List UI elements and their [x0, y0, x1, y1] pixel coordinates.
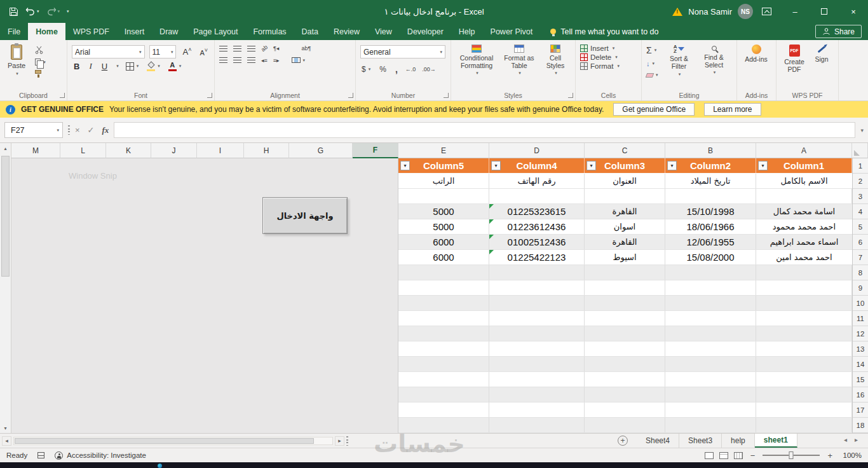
new-sheet-button[interactable]: + — [618, 436, 628, 446]
row-header[interactable]: 16 — [853, 387, 868, 403]
expand-formula-bar-icon[interactable]: ▾ — [860, 127, 864, 134]
align-right-icon[interactable] — [247, 57, 255, 63]
column-header-g[interactable]: G — [289, 143, 353, 158]
maximize-button[interactable] — [810, 0, 839, 23]
share-button[interactable]: Share — [815, 25, 862, 38]
name-cell[interactable]: اسامة محمد كمال — [756, 204, 852, 219]
address-cell[interactable]: القاهرة — [585, 235, 665, 249]
tab-wps-pdf[interactable]: WPS PDF — [65, 23, 117, 40]
address-cell[interactable]: القاهرة — [585, 204, 665, 219]
tab-page-layout[interactable]: Page Layout — [186, 23, 245, 40]
salary-cell[interactable]: 6000 — [398, 235, 489, 249]
column-header-a[interactable]: A — [756, 143, 852, 158]
splitter-grip[interactable] — [346, 436, 348, 446]
dialog-launcher-icon[interactable] — [207, 93, 212, 98]
column-header-b[interactable]: B — [665, 143, 756, 158]
font-size-combo[interactable]: 11▾ — [149, 45, 177, 59]
phone-cell[interactable]: 01225323615 — [489, 204, 585, 219]
table-header-cell[interactable]: ▾Column4 — [489, 158, 585, 173]
paste-button[interactable]: Paste ▾ — [3, 43, 30, 78]
salary-cell[interactable]: 5000 — [398, 219, 489, 234]
name-cell[interactable]: احمد محمد محمود — [756, 219, 852, 234]
grid-row-16[interactable] — [398, 387, 852, 403]
tab-home[interactable]: Home — [28, 23, 65, 40]
tab-developer[interactable]: Developer — [400, 23, 451, 40]
grid-row-12[interactable] — [398, 326, 852, 341]
column-header-k[interactable]: K — [106, 143, 151, 158]
row-header[interactable]: 5 — [853, 219, 868, 235]
filter-dropdown-icon[interactable]: ▾ — [587, 161, 596, 170]
font-name-combo[interactable]: Arial▾ — [72, 45, 145, 59]
column-header-l[interactable]: L — [60, 143, 106, 158]
form-open-button[interactable]: واجهة الادخال — [262, 197, 348, 234]
formula-input[interactable] — [114, 122, 855, 138]
row-header[interactable]: 2 — [853, 174, 868, 189]
row-header[interactable]: 15 — [853, 372, 868, 387]
row-header[interactable]: 7 — [853, 250, 868, 265]
filter-dropdown-icon[interactable]: ▾ — [400, 161, 410, 170]
align-left-icon[interactable] — [219, 57, 227, 63]
zoom-slider-thumb[interactable] — [789, 451, 794, 459]
sheet-tab-sheet3[interactable]: Sheet3 — [679, 434, 722, 448]
autosum-button[interactable]: Σ▾ — [645, 45, 660, 55]
orientation-button[interactable]: ab — [260, 44, 269, 53]
row-header[interactable]: 17 — [853, 403, 868, 418]
merge-center-button[interactable]: ▾ — [290, 57, 307, 64]
row-header[interactable]: 8 — [853, 265, 868, 280]
tab-view[interactable]: View — [367, 23, 400, 40]
name-cell[interactable]: اسماء محمد ابراهيم — [756, 235, 852, 249]
minimize-button[interactable]: – — [780, 0, 810, 23]
table-header-cell[interactable]: ▾Column3 — [585, 158, 665, 173]
undo-button[interactable]: ▾ — [25, 7, 39, 16]
align-bottom-icon[interactable] — [247, 46, 255, 52]
ribbon-display-options-icon[interactable] — [762, 8, 771, 15]
tab-data[interactable]: Data — [294, 23, 326, 40]
addins-button[interactable]: Add-ins — [740, 43, 772, 64]
number-format-combo[interactable]: General▾ — [360, 45, 445, 59]
borders-button[interactable]: ▾ — [125, 62, 140, 71]
grid-row-18[interactable] — [398, 418, 852, 433]
salary-cell[interactable]: 5000 — [398, 204, 489, 219]
underline-button[interactable]: U — [100, 62, 109, 71]
zoom-slider[interactable] — [763, 455, 820, 456]
select-all-corner[interactable] — [852, 143, 868, 158]
tab-file[interactable]: File — [0, 23, 28, 40]
cut-button[interactable] — [34, 45, 47, 55]
close-button[interactable]: × — [839, 0, 868, 23]
cancel-entry-icon[interactable]: × — [75, 125, 80, 135]
field-name-cell[interactable]: الاسم بالكامل — [756, 174, 852, 188]
filter-dropdown-icon[interactable]: ▾ — [758, 161, 768, 170]
zoom-out-button[interactable]: − — [749, 451, 757, 460]
salary-cell[interactable]: 6000 — [398, 250, 489, 265]
table-header-cell[interactable]: ▾Column5 — [398, 158, 489, 173]
font-color-button[interactable]: A▾ — [167, 61, 183, 72]
conditional-formatting-button[interactable]: Conditional Formatting ▾ — [454, 43, 499, 89]
vertical-scroll-thumb[interactable] — [1, 156, 10, 277]
sheet-tab-help[interactable]: help — [722, 434, 755, 448]
field-name-cell[interactable]: تاريخ الميلاد — [665, 174, 756, 188]
tell-me-box[interactable]: Tell me what you want to do — [550, 23, 658, 40]
row-header[interactable]: 12 — [853, 326, 868, 341]
column-header-d[interactable]: D — [489, 143, 585, 158]
row-header[interactable]: 4 — [853, 204, 868, 219]
column-header-e[interactable]: E — [398, 143, 489, 158]
horizontal-scroll-thumb[interactable] — [15, 438, 314, 444]
field-name-cell[interactable]: رقم الهاتف — [489, 174, 585, 188]
accounting-format-button[interactable]: $▾ — [360, 64, 372, 74]
grid-row-15[interactable] — [398, 372, 852, 387]
learn-more-button[interactable]: Learn more — [704, 103, 761, 116]
horizontal-scroll-track[interactable] — [13, 437, 333, 445]
covered-cells-panel[interactable]: Window Snip واجهة الادخال — [11, 158, 398, 433]
scroll-left-icon[interactable]: ◂ — [2, 436, 11, 446]
format-as-table-button[interactable]: Format as Table ▾ — [500, 43, 538, 89]
delete-cells-button[interactable]: Delete▾ — [580, 53, 637, 61]
horizontal-scrollbar[interactable]: ◂ ▸ — [2, 436, 348, 446]
grid-row-11[interactable] — [398, 311, 852, 326]
row-header[interactable]: 9 — [853, 280, 868, 296]
increase-decimal-button[interactable]: ←.0 — [405, 66, 416, 72]
grid-row-14[interactable] — [398, 357, 852, 372]
comma-style-button[interactable]: , — [394, 64, 399, 75]
copy-button[interactable]: ▾ — [34, 58, 47, 66]
row-header[interactable]: 6 — [853, 235, 868, 250]
increase-indent-button[interactable]: ≡▸ — [273, 57, 280, 64]
